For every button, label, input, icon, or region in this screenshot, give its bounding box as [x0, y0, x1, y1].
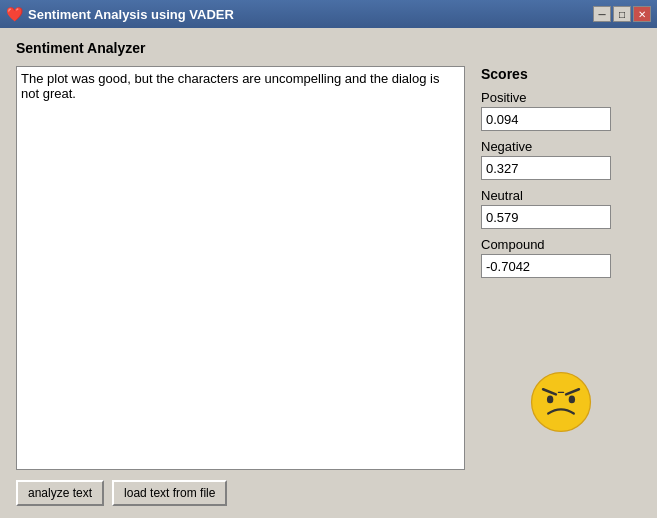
compound-value[interactable]	[481, 254, 611, 278]
section-title: Sentiment Analyzer	[16, 40, 641, 56]
sentiment-emoji	[529, 370, 593, 434]
negative-label: Negative	[481, 139, 641, 154]
svg-point-3	[547, 396, 553, 404]
compound-label: Compound	[481, 237, 641, 252]
text-input[interactable]	[16, 66, 465, 470]
scores-title: Scores	[481, 66, 641, 82]
close-button[interactable]: ✕	[633, 6, 651, 22]
svg-point-0	[532, 373, 591, 432]
window-title: Sentiment Analysis using VADER	[28, 7, 234, 22]
positive-value[interactable]	[481, 107, 611, 131]
analyze-button[interactable]: analyze text	[16, 480, 104, 506]
title-bar: ❤️ Sentiment Analysis using VADER ─ □ ✕	[0, 0, 657, 28]
negative-value[interactable]	[481, 156, 611, 180]
svg-point-4	[569, 396, 575, 404]
maximize-button[interactable]: □	[613, 6, 631, 22]
minimize-button[interactable]: ─	[593, 6, 611, 22]
app-icon: ❤️	[6, 6, 22, 22]
load-file-button[interactable]: load text from file	[112, 480, 227, 506]
neutral-label: Neutral	[481, 188, 641, 203]
neutral-value[interactable]	[481, 205, 611, 229]
positive-label: Positive	[481, 90, 641, 105]
